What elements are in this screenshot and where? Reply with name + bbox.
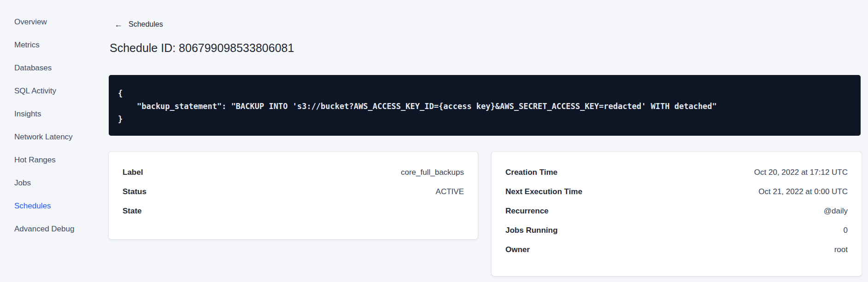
sidebar-item-hot-ranges[interactable]: Hot Ranges [0, 149, 101, 172]
jobs-running-value: 0 [844, 226, 848, 235]
page-title: Schedule ID: 806799098533806081 [110, 41, 294, 55]
sidebar-item-databases[interactable]: Databases [0, 57, 101, 80]
sidebar-item-schedules[interactable]: Schedules [0, 195, 101, 218]
table-row: Next Execution Time Oct 21, 2022 at 0:00… [505, 182, 848, 201]
creation-time-key: Creation Time [505, 168, 557, 177]
status-value: ACTIVE [436, 187, 464, 196]
back-link-label: Schedules [129, 19, 163, 29]
table-row: Label core_full_backups [123, 163, 464, 182]
recurrence-key: Recurrence [505, 207, 549, 216]
creation-time-value: Oct 20, 2022 at 17:12 UTC [754, 168, 848, 177]
owner-value: root [834, 245, 848, 254]
backup-statement-code: { "backup_statement": "BACKUP INTO 's3:/… [118, 87, 851, 126]
schedule-timing-card: Creation Time Oct 20, 2022 at 17:12 UTC … [492, 152, 862, 276]
owner-key: Owner [505, 245, 530, 254]
label-key: Label [123, 168, 143, 177]
sidebar-item-sql-activity[interactable]: SQL Activity [0, 80, 101, 103]
sidebar-item-overview[interactable]: Overview [0, 11, 101, 34]
table-row: Jobs Running 0 [505, 221, 848, 240]
table-row: Owner root [505, 240, 848, 259]
code-line: "backup_statement": "BACKUP INTO 's3://b… [118, 100, 851, 113]
code-line: } [118, 113, 851, 126]
back-to-schedules-link[interactable]: ← Schedules [114, 19, 163, 29]
sidebar-item-insights[interactable]: Insights [0, 103, 101, 126]
table-row: Status ACTIVE [123, 182, 464, 201]
backup-statement-code-block: { "backup_statement": "BACKUP INTO 's3:/… [109, 75, 861, 136]
sidebar-item-network-latency[interactable]: Network Latency [0, 126, 101, 149]
table-row: Creation Time Oct 20, 2022 at 17:12 UTC [505, 163, 848, 182]
table-row: Recurrence @daily [505, 201, 848, 221]
sidebar-item-list: Overview Metrics Databases SQL Activity … [0, 11, 101, 241]
table-row: State [123, 201, 464, 221]
label-value: core_full_backups [401, 168, 464, 177]
left-arrow-icon: ← [114, 19, 123, 29]
jobs-running-key: Jobs Running [505, 226, 557, 235]
code-line: { [118, 87, 851, 100]
next-execution-time-key: Next Execution Time [505, 187, 582, 196]
status-key: Status [123, 187, 147, 196]
sidebar-item-advanced-debug[interactable]: Advanced Debug [0, 218, 101, 241]
sidebar-nav: Overview Metrics Databases SQL Activity … [0, 0, 101, 282]
sidebar-item-metrics[interactable]: Metrics [0, 34, 101, 57]
recurrence-value: @daily [824, 207, 848, 216]
next-execution-time-value: Oct 21, 2022 at 0:00 UTC [758, 187, 848, 196]
schedule-details-card: Label core_full_backups Status ACTIVE St… [109, 152, 478, 239]
state-key: State [123, 207, 142, 216]
sidebar-item-jobs[interactable]: Jobs [0, 172, 101, 195]
